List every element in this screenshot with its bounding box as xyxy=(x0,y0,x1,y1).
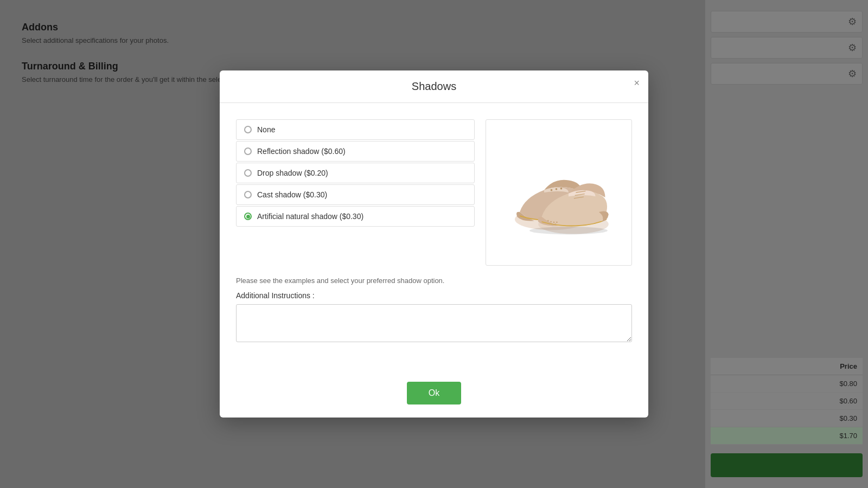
helper-text: Please see the examples and select your … xyxy=(236,277,632,285)
svg-point-8 xyxy=(547,220,549,222)
close-button[interactable]: × xyxy=(634,78,640,88)
additional-instructions[interactable] xyxy=(236,304,632,342)
option-drop-label: Drop shadow ($0.20) xyxy=(257,169,328,177)
svg-point-12 xyxy=(549,223,551,224)
option-none-label: None xyxy=(257,125,275,134)
shadow-options: None Reflection shadow ($0.60) Drop shad… xyxy=(236,119,475,266)
svg-point-13 xyxy=(552,223,553,225)
shadow-preview xyxy=(486,119,632,266)
radio-drop xyxy=(244,169,252,177)
svg-point-9 xyxy=(550,221,552,223)
modal-body: None Reflection shadow ($0.60) Drop shad… xyxy=(220,103,648,373)
content-row: None Reflection shadow ($0.60) Drop shad… xyxy=(236,119,632,266)
modal-overlay: Shadows × None Reflection shadow ($0.60) xyxy=(0,0,868,488)
svg-point-2 xyxy=(556,188,558,190)
radio-cast xyxy=(244,191,252,198)
option-cast-label: Cast shadow ($0.30) xyxy=(257,190,327,199)
svg-point-3 xyxy=(560,188,563,190)
option-none[interactable]: None xyxy=(236,119,475,140)
option-reflection[interactable]: Reflection shadow ($0.60) xyxy=(236,141,475,162)
svg-point-14 xyxy=(554,223,556,225)
option-artificial[interactable]: Artificial natural shadow ($0.30) xyxy=(236,206,475,227)
radio-reflection xyxy=(244,147,252,155)
shadows-modal: Shadows × None Reflection shadow ($0.60) xyxy=(220,70,648,418)
svg-point-10 xyxy=(553,222,555,223)
option-drop[interactable]: Drop shadow ($0.20) xyxy=(236,163,475,183)
modal-header: Shadows × xyxy=(220,70,648,103)
option-reflection-label: Reflection shadow ($0.60) xyxy=(257,147,346,156)
svg-point-11 xyxy=(556,222,558,223)
option-artificial-label: Artificial natural shadow ($0.30) xyxy=(257,212,363,221)
svg-point-15 xyxy=(529,227,608,234)
radio-artificial xyxy=(244,213,252,220)
option-cast[interactable]: Cast shadow ($0.30) xyxy=(236,184,475,205)
additional-label: Additional Instructions : xyxy=(236,291,632,300)
svg-point-1 xyxy=(551,189,553,191)
shoe-illustration xyxy=(505,144,613,241)
ok-button[interactable]: Ok xyxy=(407,382,461,404)
modal-footer: Ok xyxy=(220,373,648,418)
modal-title: Shadows xyxy=(412,80,456,93)
radio-none xyxy=(244,126,252,133)
